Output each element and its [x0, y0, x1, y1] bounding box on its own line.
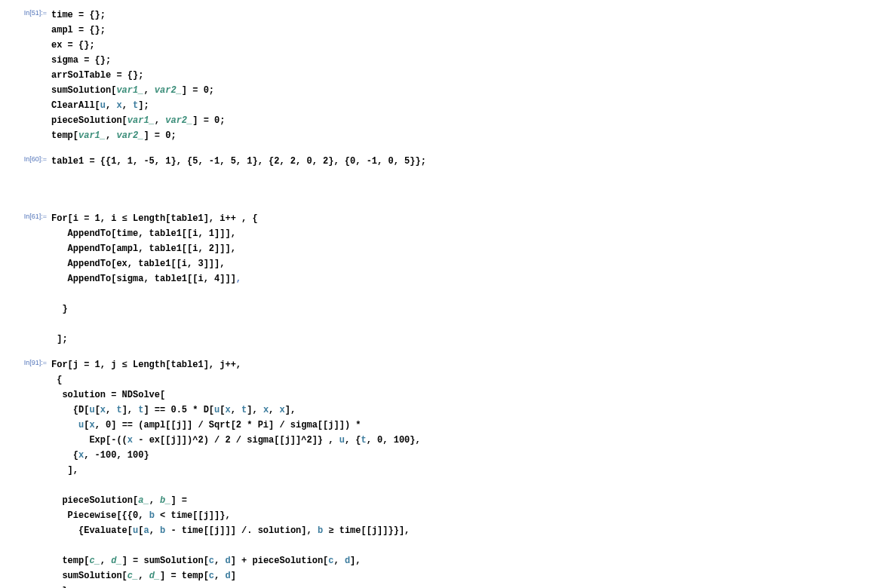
token-sym: AppendTo[time, table1[[i, 1]]], — [51, 228, 236, 239]
code-content[interactable]: table1 = {{1, 1, -5, 1}, {5, -1, 5, 1}, … — [51, 154, 869, 169]
code-line: Piecewise[{{0, b < time[[j]]}, — [51, 508, 869, 523]
input-cell[interactable]: In[60]:=table1 = {{1, 1, -5, 1}, {5, -1,… — [0, 154, 869, 169]
token-sym: temp[ — [51, 130, 78, 141]
input-cell[interactable]: In[91]:=For[j = 1, j ≤ Length[table1], j… — [0, 357, 869, 588]
code-line — [51, 538, 869, 553]
code-line: sumSolution[c_, d_] = temp[c, d] — [51, 568, 869, 583]
token-sym: ] + pieceSolution[ — [231, 556, 329, 566]
token-sym: , — [106, 100, 116, 111]
token-sym: solution = NDSolve[ — [51, 390, 165, 400]
cell-label: In[91]:= — [0, 357, 51, 366]
code-line: arrSolTable = {}; — [51, 68, 869, 83]
token-sym: sigma = {}; — [51, 55, 111, 66]
token-blue: b — [318, 525, 323, 536]
token-sym: ] == 0.5 * D[ — [143, 405, 214, 415]
code-content[interactable]: time = {};ampl = {};ex = {};sigma = {};a… — [51, 8, 869, 143]
token-sym: ], — [285, 405, 296, 415]
token-sym: , 0, 100}, — [367, 435, 421, 446]
token-sym: pieceSolution[ — [51, 495, 138, 506]
token-sym: ]; — [51, 334, 68, 345]
code-line: time = {}; — [51, 8, 869, 23]
cell-label: In[61]:= — [0, 211, 51, 220]
notebook-body: In[51]:=time = {};ampl = {};ex = {};sigm… — [0, 8, 869, 588]
token-sym: ], — [122, 405, 139, 415]
token-sym: Piecewise[{{0, — [51, 510, 149, 521]
code-content[interactable]: For[i = 1, i ≤ Length[table1], i++ , { A… — [51, 211, 869, 347]
token-sym: AppendTo[ex, table1[[i, 3]]], — [51, 259, 225, 269]
code-line: AppendTo[sigma, table1[[i, 4]]], — [51, 271, 869, 286]
code-line: ], — [51, 463, 869, 478]
token-sym: ampl = {}; — [51, 25, 106, 35]
token-blue: t — [361, 435, 367, 446]
token-blue: b — [149, 510, 155, 521]
token-sym: ] = sumSolution[ — [122, 556, 209, 566]
token-blue: x — [127, 435, 133, 446]
token-sym: , — [231, 405, 241, 415]
token-sym: , — [149, 495, 160, 506]
token-blue: u — [339, 435, 345, 446]
token-sym: {D[ — [51, 405, 89, 415]
token-patt: d_ — [149, 571, 160, 581]
code-line: sigma = {}; — [51, 53, 869, 68]
token-sym: , — [100, 556, 111, 566]
token-sym: } — [51, 304, 68, 314]
token-blue: d — [225, 571, 230, 581]
code-line: solution = NDSolve[ — [51, 387, 869, 403]
token-sym: , { — [345, 435, 361, 446]
token-sym: , — [106, 405, 116, 415]
token-sym: , — [149, 525, 160, 536]
code-line: pieceSolution[a_, b_] = — [51, 493, 869, 508]
token-blue: d — [225, 556, 230, 566]
token-patt: var2_ — [165, 115, 192, 126]
code-line: { — [51, 372, 869, 387]
token-blue: x — [89, 420, 94, 430]
token-sym: [ — [95, 405, 100, 415]
token-patt: var1_ — [127, 115, 155, 126]
code-line: temp[var1_, var2_] = 0; — [51, 128, 869, 143]
input-cell[interactable]: In[51]:=time = {};ampl = {};ex = {};sigm… — [0, 8, 869, 143]
token-sym: temp[ — [51, 556, 89, 566]
token-sym: For[j = 1, j ≤ Length[table1], j++, — [51, 360, 241, 370]
token-sym: ], — [51, 465, 78, 476]
token-blue: a — [143, 525, 149, 536]
code-line: } — [51, 583, 869, 588]
token-sym: table1 = {{1, 1, -5, 1}, {5, -1, 5, 1}, … — [51, 156, 426, 167]
code-line — [51, 286, 869, 302]
code-line: } — [51, 302, 869, 317]
token-patt: var2_ — [116, 130, 143, 141]
code-line: ampl = {}; — [51, 23, 869, 38]
token-blue: u — [100, 100, 106, 111]
token-blue: x — [225, 405, 230, 415]
token-patt: b_ — [160, 495, 170, 506]
code-content[interactable]: For[j = 1, j ≤ Length[table1], j++, { so… — [51, 357, 869, 588]
token-sym: ] = — [170, 495, 187, 506]
token-sym: AppendTo[ampl, table1[[i, 2]]], — [51, 243, 236, 254]
code-line — [51, 317, 869, 332]
code-line: temp[c_, d_] = sumSolution[c, d] + piece… — [51, 553, 869, 568]
code-line: table1 = {{1, 1, -5, 1}, {5, -1, 5, 1}, … — [51, 154, 869, 169]
token-blue: x — [280, 405, 285, 415]
token-sym: ≥ time[[j]]}}], — [323, 525, 410, 536]
code-line: {x, -100, 100} — [51, 448, 869, 463]
token-sym: ] — [231, 571, 236, 581]
token-sym: , — [334, 556, 345, 566]
token-sym: ], — [247, 405, 263, 415]
token-sym: sumSolution[ — [51, 85, 116, 96]
cell-label: In[60]:= — [0, 154, 51, 163]
token-sym: ClearAll[ — [51, 100, 100, 111]
token-sym: , — [155, 115, 165, 126]
input-cell[interactable]: In[61]:=For[i = 1, i ≤ Length[table1], i… — [0, 211, 869, 347]
token-sym: {Evaluate[ — [51, 525, 133, 536]
token-blue: c — [328, 556, 333, 566]
code-line: sumSolution[var1_, var2_] = 0; — [51, 83, 869, 98]
token-sym: pieceSolution[ — [51, 115, 127, 126]
token-blue: c — [209, 556, 214, 566]
token-patt: var1_ — [116, 85, 143, 96]
token-sym: ], — [350, 556, 361, 566]
token-sym: Exp[-(( — [51, 435, 127, 446]
token-blue: x — [116, 100, 121, 111]
token-sym: arrSolTable = {}; — [51, 70, 143, 81]
token-sym: , -100, 100} — [84, 450, 149, 461]
token-sym: ] = 0; — [192, 115, 225, 126]
token-sym: , 0] == (ampl[[j]] / Sqrt[2 * Pi] / sigm… — [95, 420, 361, 430]
